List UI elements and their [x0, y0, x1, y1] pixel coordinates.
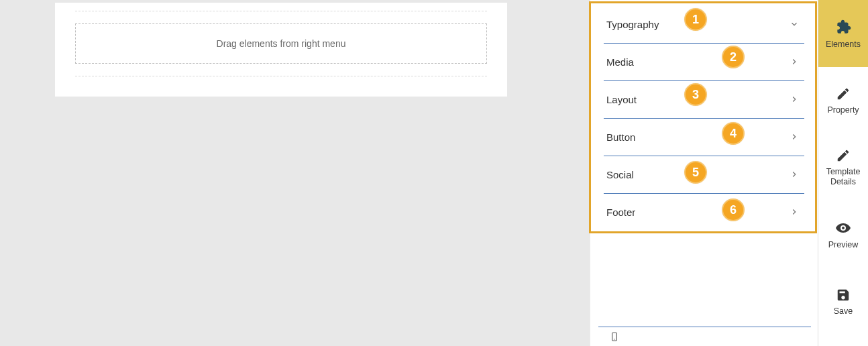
chevron-right-icon	[790, 95, 799, 104]
puzzle-icon	[834, 18, 852, 36]
accordion-label: Footer	[606, 207, 635, 218]
annotation-badge-3: 3	[684, 83, 707, 106]
toolbar-label: Template Details	[825, 167, 862, 187]
accordion-label: Button	[606, 131, 635, 143]
annotation-badge-5: 5	[684, 161, 707, 184]
toolbar-property[interactable]: Property	[818, 67, 868, 134]
divider	[598, 327, 811, 327]
accordion-item-media[interactable]: Media	[590, 43, 818, 80]
divider-bottom	[75, 76, 487, 76]
toolbar-label: Elements	[824, 40, 862, 50]
chevron-right-icon	[790, 57, 799, 66]
toolbar-save[interactable]: Save	[818, 268, 868, 335]
divider-top	[75, 11, 487, 11]
chevron-right-icon	[790, 207, 799, 217]
toolbar-label: Save	[832, 306, 855, 316]
annotation-badge-2: 2	[722, 46, 745, 68]
dropzone-text: Drag elements from right menu	[217, 38, 346, 49]
save-icon	[836, 288, 851, 302]
toolbar-label: Property	[826, 105, 860, 115]
toolbar-preview[interactable]: Preview	[818, 201, 868, 268]
toolbar-label: Preview	[827, 240, 859, 250]
elements-accordion: Typography Media Layout	[590, 0, 818, 231]
annotation-badge-1: 1	[684, 8, 707, 31]
device-mobile-icon[interactable]	[609, 331, 620, 345]
toolbar-template-details[interactable]: Template Details	[818, 134, 868, 201]
chevron-right-icon	[790, 170, 799, 179]
chevron-right-icon	[790, 132, 799, 141]
eye-icon	[835, 220, 851, 236]
annotation-badge-6: 6	[722, 198, 745, 221]
accordion-item-button[interactable]: Button	[590, 118, 818, 156]
pencil-icon	[836, 86, 851, 101]
pencil-icon	[836, 148, 851, 163]
accordion-label: Layout	[606, 94, 637, 105]
accordion-label: Typography	[606, 19, 659, 30]
elements-panel: Typography Media Layout	[590, 0, 818, 346]
chevron-down-icon	[790, 19, 799, 29]
accordion-label: Social	[606, 169, 634, 180]
toolbar-elements[interactable]: Elements	[818, 0, 868, 67]
accordion-item-footer[interactable]: Footer	[590, 193, 818, 231]
dropzone[interactable]: Drag elements from right menu	[75, 23, 487, 64]
annotation-badge-4: 4	[722, 122, 745, 145]
editor-canvas[interactable]: Drag elements from right menu	[55, 3, 507, 97]
accordion-label: Media	[606, 56, 634, 68]
right-toolbar: Elements Property Template Details Previ…	[818, 0, 868, 346]
